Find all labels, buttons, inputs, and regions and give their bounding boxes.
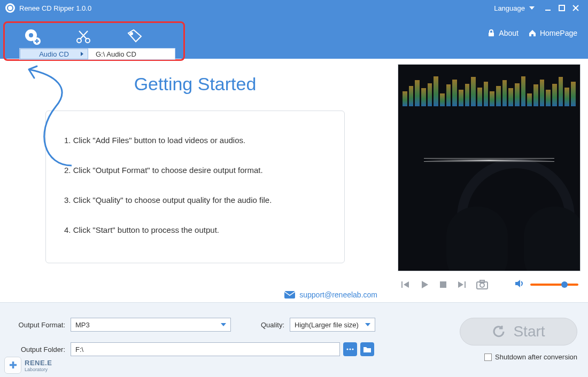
volume-icon[interactable] <box>514 279 525 290</box>
watermark-line2: Laboratory <box>25 367 52 372</box>
stop-button[interactable] <box>438 280 448 289</box>
quality-select[interactable]: High(Larger file size) <box>290 318 375 332</box>
watermark-badge: ✚ <box>4 357 21 374</box>
svg-rect-15 <box>284 291 295 299</box>
svg-point-13 <box>130 33 133 35</box>
tag-icon <box>126 28 143 45</box>
refresh-icon <box>492 325 506 339</box>
mail-icon <box>284 291 295 299</box>
volume-slider[interactable] <box>530 284 578 286</box>
browse-folder-button[interactable] <box>343 342 357 356</box>
equalizer-graphic <box>403 69 576 106</box>
snapshot-button[interactable] <box>476 279 489 290</box>
bottom-bar: Output Format: MP3 Quality: High(Larger … <box>0 302 588 377</box>
open-folder-button[interactable] <box>360 342 374 356</box>
minimize-button[interactable] <box>541 1 555 15</box>
output-format-select[interactable]: MP3 <box>71 318 231 332</box>
support-email: support@reneelab.com <box>299 290 377 299</box>
close-button[interactable] <box>569 1 583 15</box>
homepage-link[interactable]: HomePage <box>528 29 577 37</box>
add-files-submenu: Audio CD G:\ Audio CD <box>19 48 175 60</box>
getting-started-pane: Getting Started 1. Click "Add Files" but… <box>0 59 390 302</box>
start-label: Start <box>513 323 545 340</box>
svg-point-22 <box>346 348 348 350</box>
svg-point-5 <box>29 33 33 37</box>
quality-label: Quality: <box>258 321 290 329</box>
about-label: About <box>499 29 519 37</box>
maximize-button[interactable] <box>555 1 569 15</box>
getting-started-box: 1. Click "Add Files" button to load vide… <box>45 111 345 263</box>
output-folder-label: Output Folder: <box>11 345 71 354</box>
getting-started-title: Getting Started <box>0 74 390 95</box>
chevron-down-icon <box>221 323 226 326</box>
next-button[interactable] <box>457 279 467 290</box>
svg-point-20 <box>480 283 484 287</box>
ellipsis-icon <box>346 348 354 351</box>
cd-plus-icon <box>24 28 41 45</box>
soundwave-graphic <box>424 160 555 161</box>
app-icon <box>5 3 15 13</box>
output-folder-input[interactable]: F:\ <box>71 342 340 356</box>
language-dropdown[interactable]: Language <box>494 4 535 12</box>
step-1: 1. Click "Add Files" button to load vide… <box>64 132 326 148</box>
checkbox-box <box>484 354 492 361</box>
language-label: Language <box>494 4 525 12</box>
shutdown-checkbox[interactable]: Shutdown after conversion <box>484 353 577 361</box>
chevron-down-icon <box>529 6 535 10</box>
title-bar: Renee CD Ripper 1.0.0 Language <box>0 0 588 16</box>
svg-point-24 <box>352 348 353 350</box>
play-button[interactable] <box>419 279 430 290</box>
lock-icon <box>487 29 496 37</box>
watermark: ✚ RENE.E Laboratory <box>4 357 52 374</box>
svg-point-23 <box>349 348 351 350</box>
step-2: 2. Click "Output Format" to choose desir… <box>64 162 326 178</box>
scissors-icon <box>75 28 92 45</box>
svg-rect-17 <box>440 281 446 288</box>
homepage-label: HomePage <box>540 29 577 37</box>
submenu-drive-item[interactable]: G:\ Audio CD <box>88 49 175 59</box>
output-format-value: MP3 <box>75 321 90 329</box>
output-format-label: Output Format: <box>11 321 71 329</box>
svg-line-12 <box>79 31 87 39</box>
player-controls <box>398 271 581 298</box>
support-link[interactable]: support@reneelab.com <box>284 290 377 299</box>
shutdown-label: Shutdown after conversion <box>495 353 577 361</box>
app-title: Renee CD Ripper 1.0.0 <box>19 4 91 12</box>
watermark-line1: RENE.E <box>25 359 52 367</box>
svg-rect-18 <box>465 281 466 288</box>
prev-button[interactable] <box>400 279 411 290</box>
chevron-down-icon <box>365 323 370 326</box>
svg-rect-14 <box>489 33 494 36</box>
quality-value: High(Larger file size) <box>295 321 359 329</box>
headphone-graphic <box>446 148 581 271</box>
submenu-audio-cd[interactable]: Audio CD <box>20 49 88 59</box>
svg-line-11 <box>80 31 88 39</box>
step-4: 4. Click "Start" button to process the o… <box>64 222 326 238</box>
preview-artwork <box>398 64 581 271</box>
svg-rect-1 <box>559 5 564 11</box>
about-link[interactable]: About <box>487 29 519 37</box>
folder-icon <box>363 345 372 353</box>
svg-rect-16 <box>401 281 403 288</box>
step-3: 3. Click "Quality" to choose output qual… <box>64 192 326 208</box>
home-icon <box>528 29 537 37</box>
start-button[interactable]: Start <box>460 318 577 345</box>
